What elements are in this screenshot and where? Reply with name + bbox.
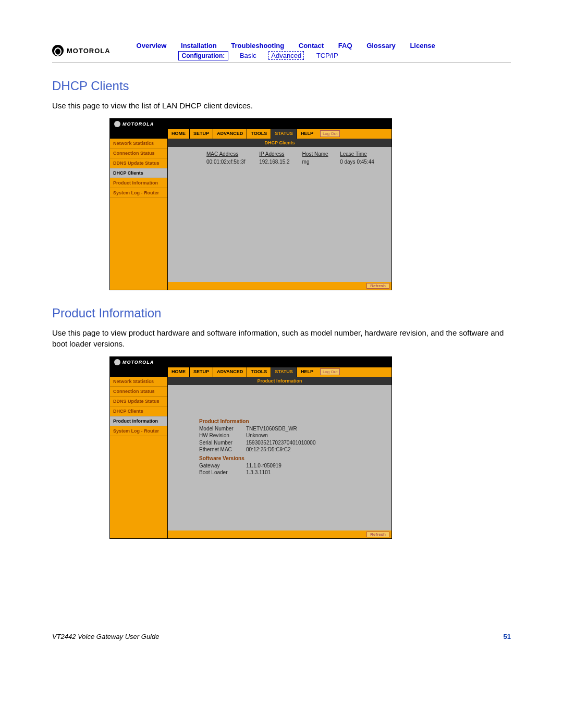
logout-button[interactable]: Log Out bbox=[320, 368, 340, 375]
col-host: Host Name bbox=[301, 150, 339, 158]
label-hw-revision: HW Revision bbox=[199, 432, 246, 439]
header-divider bbox=[52, 63, 511, 63]
nav-basic[interactable]: Basic bbox=[240, 52, 256, 59]
table-row: 00:01:02:cf:5b:3f 192.168.15.2 mg 0 days… bbox=[173, 158, 386, 166]
motorola-logo-text: MOTOROLA bbox=[67, 47, 111, 55]
tab-help[interactable]: HELP bbox=[297, 129, 317, 139]
nav-overview[interactable]: Overview bbox=[137, 42, 167, 50]
tab-tools[interactable]: TOOLS bbox=[247, 129, 271, 139]
sidebar-item-dhcp-clients[interactable]: DHCP Clients bbox=[110, 406, 167, 416]
sidebar-item-ddns-update-status[interactable]: DDNS Update Status bbox=[110, 158, 167, 168]
doc-nav: Overview Installation Troubleshooting Co… bbox=[137, 42, 448, 59]
tab-status[interactable]: STATUS bbox=[271, 367, 297, 377]
dhcp-table-area: MAC Address IP Address Host Name Lease T… bbox=[168, 147, 391, 282]
table-header-row: MAC Address IP Address Host Name Lease T… bbox=[173, 150, 386, 158]
label-ethernet-mac: Ethernet MAC bbox=[199, 446, 246, 453]
col-lease: Lease Time bbox=[339, 150, 386, 158]
footer-page-number: 51 bbox=[504, 633, 511, 640]
table-row: HW Revision Unknown bbox=[199, 432, 386, 439]
nav-faq[interactable]: FAQ bbox=[338, 42, 352, 50]
router-topbar: MOTOROLA bbox=[110, 119, 391, 129]
sidebar-item-dhcp-clients[interactable]: DHCP Clients bbox=[110, 168, 167, 178]
tab-home[interactable]: HOME bbox=[167, 129, 189, 139]
nav-installation[interactable]: Installation bbox=[181, 42, 217, 50]
value-gateway: 11.1.0-r050919 bbox=[246, 462, 386, 470]
label-model-number: Model Number bbox=[199, 425, 246, 433]
value-ethernet-mac: 00:12:25:D5:C9:C2 bbox=[246, 446, 386, 453]
motorola-logo-icon bbox=[114, 359, 120, 365]
refresh-button[interactable]: Refresh bbox=[366, 532, 389, 537]
table-row: Boot Loader 1.3.3.1101 bbox=[199, 469, 386, 476]
nav-troubleshooting[interactable]: Troubleshooting bbox=[231, 42, 284, 50]
router-panel-product-info: MOTOROLA HOME SETUP ADVANCED TOOLS STATU… bbox=[109, 356, 392, 539]
value-model-number: TNETV1060SDB_WR bbox=[246, 425, 386, 433]
doc-nav-secondary: Configuration: Basic Advanced TCP/IP bbox=[178, 52, 448, 59]
label-serial-number: Serial Number bbox=[199, 439, 246, 447]
tab-help[interactable]: HELP bbox=[297, 367, 317, 377]
nav-configuration-label: Configuration: bbox=[178, 51, 229, 60]
tab-setup[interactable]: SETUP bbox=[189, 129, 213, 139]
cell-ip: 192.168.15.2 bbox=[258, 158, 301, 166]
router-logo: MOTOROLA bbox=[110, 121, 154, 127]
value-serial-number: 159303521702370401010000 bbox=[246, 439, 386, 447]
sidebar-item-network-statistics[interactable]: Network Statistics bbox=[110, 377, 167, 387]
logout-button[interactable]: Log Out bbox=[320, 130, 340, 137]
tab-status[interactable]: STATUS bbox=[271, 129, 297, 139]
cell-lease: 0 days 0:45:44 bbox=[339, 158, 386, 166]
section-product-info-desc: Use this page to view product hardware a… bbox=[52, 328, 511, 349]
tab-advanced[interactable]: ADVANCED bbox=[213, 129, 247, 139]
nav-contact[interactable]: Contact bbox=[299, 42, 324, 50]
motorola-logo-icon bbox=[52, 45, 64, 56]
router-footer: Refresh bbox=[168, 530, 391, 538]
software-versions-heading: Software Versions bbox=[199, 455, 386, 461]
label-gateway: Gateway bbox=[199, 462, 246, 470]
sidebar-item-system-log-router[interactable]: System Log - Router bbox=[110, 426, 167, 436]
tab-setup[interactable]: SETUP bbox=[189, 367, 213, 377]
sidebar-item-connection-status[interactable]: Connection Status bbox=[110, 149, 167, 158]
sidebar-item-ddns-update-status[interactable]: DDNS Update Status bbox=[110, 397, 167, 406]
router-topbar: MOTOROLA bbox=[110, 357, 391, 367]
value-boot-loader: 1.3.3.1101 bbox=[246, 469, 386, 476]
nav-glossary[interactable]: Glossary bbox=[366, 42, 396, 50]
col-ip: IP Address bbox=[258, 150, 301, 158]
router-main: DHCP Clients MAC Address IP Address Host… bbox=[168, 139, 391, 290]
sidebar-item-product-information[interactable]: Product Information bbox=[110, 416, 167, 426]
section-product-info-title: Product Information bbox=[52, 306, 511, 320]
table-row: Serial Number 159303521702370401010000 bbox=[199, 439, 386, 447]
tab-advanced[interactable]: ADVANCED bbox=[213, 367, 247, 377]
tab-tools[interactable]: TOOLS bbox=[247, 367, 271, 377]
router-panel-dhcp: MOTOROLA HOME SETUP ADVANCED TOOLS STATU… bbox=[109, 118, 392, 290]
motorola-logo-icon bbox=[114, 121, 120, 127]
motorola-logo: MOTOROLA bbox=[52, 45, 111, 56]
sidebar-item-connection-status[interactable]: Connection Status bbox=[110, 387, 167, 397]
section-dhcp-clients-desc: Use this page to view the list of LAN DH… bbox=[52, 101, 511, 111]
router-main-title: Product Information bbox=[168, 377, 391, 385]
router-logo: MOTOROLA bbox=[110, 359, 154, 365]
sidebar-item-network-statistics[interactable]: Network Statistics bbox=[110, 139, 167, 149]
dhcp-clients-table: MAC Address IP Address Host Name Lease T… bbox=[173, 150, 386, 166]
sidebar-item-system-log-router[interactable]: System Log - Router bbox=[110, 188, 167, 198]
doc-nav-primary: Overview Installation Troubleshooting Co… bbox=[137, 42, 448, 50]
router-logo-text: MOTOROLA bbox=[123, 360, 154, 365]
nav-advanced[interactable]: Advanced bbox=[268, 51, 304, 60]
product-info-area: Product Information Model Number TNETV10… bbox=[168, 385, 391, 530]
label-boot-loader: Boot Loader bbox=[199, 469, 246, 476]
router-sidebar: Network Statistics Connection Status DDN… bbox=[110, 377, 168, 538]
refresh-button[interactable]: Refresh bbox=[366, 283, 389, 289]
cell-host: mg bbox=[301, 158, 339, 166]
section-dhcp-clients-title: DHCP Clients bbox=[52, 79, 511, 93]
router-logo-text: MOTOROLA bbox=[123, 121, 154, 127]
doc-header: MOTOROLA Overview Installation Troublesh… bbox=[52, 42, 511, 59]
router-tabs: HOME SETUP ADVANCED TOOLS STATUS HELP Lo… bbox=[110, 367, 391, 377]
product-info-heading: Product Information bbox=[199, 418, 386, 424]
nav-license[interactable]: License bbox=[410, 42, 435, 50]
footer-guide-title: VT2442 Voice Gateway User Guide bbox=[52, 633, 159, 640]
router-tabs: HOME SETUP ADVANCED TOOLS STATUS HELP Lo… bbox=[110, 129, 391, 139]
table-row: Ethernet MAC 00:12:25:D5:C9:C2 bbox=[199, 446, 386, 453]
page-footer: VT2442 Voice Gateway User Guide 51 bbox=[52, 633, 511, 640]
tab-home[interactable]: HOME bbox=[167, 367, 189, 377]
router-footer: Refresh bbox=[168, 282, 391, 290]
sidebar-item-product-information[interactable]: Product Information bbox=[110, 178, 167, 188]
router-main: Product Information Product Information … bbox=[168, 377, 391, 538]
nav-tcpip[interactable]: TCP/IP bbox=[316, 52, 338, 59]
